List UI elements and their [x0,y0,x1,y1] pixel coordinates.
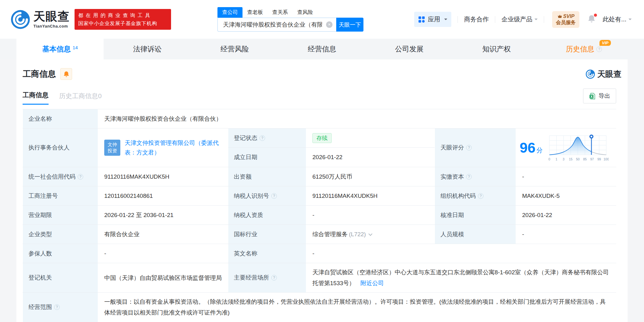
business-info-card: 工商信息 天眼查 工商信息 历史工商信息0 X 导出 [16,59,628,322]
field-label: 纳税人资质 [228,206,306,224]
help-icon[interactable]: ? [271,193,277,199]
field-label: 企业名称 [23,109,98,128]
help-icon[interactable]: ? [466,174,472,180]
search-tab-boss[interactable]: 查老板 [243,7,268,18]
help-icon[interactable]: ? [54,304,60,310]
subscribe-bell-button[interactable] [60,68,72,80]
svg-text:85: 85 [583,157,587,161]
vip-badge: VIP [599,40,611,46]
field-label: 经营范围? [23,293,98,322]
help-icon[interactable]: ? [466,145,472,150]
table-row: 营业期限 2026-01-22 至 2036-01-21 纳税人资质 - 核准日… [23,206,616,225]
tab-legal-litigation[interactable]: 法律诉讼 [104,39,191,59]
established-date-value: 2026-01-22 [306,148,435,167]
insured-count-value: - [98,244,228,263]
tab-operation-risk[interactable]: 经营风险 [191,39,278,59]
brand-name: 天眼查 [33,11,70,22]
staff-size-value: - [516,225,616,244]
unread-dot [594,14,597,17]
business-info-table: 企业名称 天津海河曜仲股权投资合伙企业（有限合伙） 执行事务合伙人 文仲 投资 … [23,109,616,322]
tab-history-info[interactable]: VIP 历史信息 ? [540,39,628,59]
field-label: 登记机关 [23,263,98,292]
credit-code-value: 91120116MAK4XUDK5H [98,167,228,186]
export-button[interactable]: X 导出 [583,89,616,103]
help-icon[interactable]: ? [78,174,83,180]
field-label: 出资额 [228,167,306,186]
tab-count: 14 [73,45,78,50]
apps-menu[interactable]: 应用 [414,12,451,27]
capital-value: 61250万人民币 [306,167,435,186]
svg-text:0: 0 [548,157,550,161]
table-row: 登记机关 中国（天津）自由贸易试验区市场监督管理局 主要经营场所? 天津自贸试验… [23,263,616,293]
field-label: 国标行业 [228,225,306,244]
svg-text:X: X [590,94,593,98]
table-row: 统一社会信用代码? 91120116MAK4XUDK5H 出资额 61250万人… [23,167,616,186]
field-label: 主要经营场所? [228,263,306,292]
apps-label: 应用 [428,15,440,24]
authority-value: 中国（天津）自由贸易试验区市场监督管理局 [98,263,228,292]
field-label: 英文名称 [228,244,306,263]
svg-text:15: 15 [569,157,573,161]
nearby-companies-link[interactable]: 附近公司 [360,280,384,286]
table-row: 执行事务合伙人 文仲 投资 天津文仲投资管理有限公司（委派代表：方文君） 登记状… [23,128,616,167]
subtab-business-info[interactable]: 工商信息 [23,91,49,105]
field-label: 登记状态? [228,128,306,148]
section-title: 工商信息 [23,68,56,80]
notification-bell[interactable] [587,15,596,24]
score-distribution-chart: 0 1 3 15 50 85 97 99 100 [547,133,609,163]
partner-company-link[interactable]: 天津文仲投资管理有限公司（委派代表：方文君） [125,138,222,158]
chevron-down-icon [629,19,632,22]
search-tab-company[interactable]: 查公司 [217,7,243,18]
registration-status-value: 存续 [306,128,435,148]
table-row: 经营范围? 一般项目：以自有资金从事投资活动。（除依法须经批准的项目外，凭营业执… [23,293,616,322]
enterprise-menu[interactable]: 企业级产品 [501,15,538,24]
premises-value: 天津自贸试验区（空港经济区）中心大道与东五道交口东北侧颐景公寓8-1-602室（… [306,263,616,292]
taxpayer-id-value: 91120116MAK4XUDK5H [306,186,435,205]
tab-intellectual-property[interactable]: 知识产权 [453,39,540,59]
cooperation-menu[interactable]: 商务合作 [464,15,489,24]
score-number: 96 [520,141,535,155]
search-tab-risk[interactable]: 查风险 [293,7,318,18]
field-label: 统一社会信用代码? [23,167,98,186]
company-nav-tabs: 基本信息 14 法律诉讼 经营风险 经营信息 公司发展 知识产权 VIP 历史信… [0,39,644,59]
status-badge: 存续 [312,133,332,143]
tianyancha-logo[interactable]: 天眼查 TianYanCha.com [11,10,70,29]
tab-operation-info[interactable]: 经营信息 [278,39,366,59]
help-icon[interactable]: ? [260,135,265,141]
help-icon[interactable]: ? [596,46,602,52]
promo-line2: 国家中小企业发展子基金旗下机构 [78,20,167,28]
help-icon[interactable]: ? [271,275,277,281]
search-tabs: 查公司 查老板 查关系 查风险 [217,7,363,18]
svg-text:50: 50 [576,157,580,161]
svg-text:100: 100 [603,157,609,161]
promo-badge: 都在用的商业查询工具 国家中小企业发展子基金旗下机构 [75,9,171,30]
account-menu[interactable]: 此处有... [603,15,632,24]
chevron-down-icon[interactable] [368,232,372,236]
search-input[interactable] [217,18,336,32]
chevron-down-icon [444,19,447,22]
search-tab-relation[interactable]: 查关系 [268,7,293,18]
field-label: 工商注册号 [23,186,98,205]
industry-value: 综合管理服务 (L722) [306,225,435,244]
chevron-down-icon [535,19,538,22]
field-label: 实缴资本? [435,167,516,186]
svg-text:3: 3 [563,157,565,161]
business-scope-value: 一般项目：以自有资金从事投资活动。（除依法须经批准的项目外，凭营业执照依法自主开… [98,293,616,322]
clear-icon[interactable]: × [326,21,333,28]
tab-basic-info[interactable]: 基本信息 14 [16,39,104,59]
table-row: 工商注册号 120116002140861 纳税人识别号? 91120116MA… [23,186,616,206]
bell-icon [63,71,70,77]
subtab-history-business-info[interactable]: 历史工商信息0 [59,92,102,105]
tianyan-score-value: 96 分 [516,128,616,167]
table-row: 参保人数 - 英文名称 - [23,244,616,263]
tianyancha-watermark: 天眼查 [586,69,621,80]
field-label: 执行事务合伙人 [23,128,98,167]
search-button[interactable]: 天眼一下 [336,18,363,32]
tab-company-development[interactable]: 公司发展 [366,39,453,59]
svip-member-button[interactable]: SVIP 会员服务 [552,11,579,28]
help-icon[interactable]: ? [478,193,483,199]
header-menu: 应用 商务合作 企业级产品 SVIP 会员服务 [414,11,632,28]
partner-avatar[interactable]: 文仲 投资 [104,140,120,156]
logo-swirl-icon [11,10,30,29]
svg-text:1: 1 [556,157,557,161]
